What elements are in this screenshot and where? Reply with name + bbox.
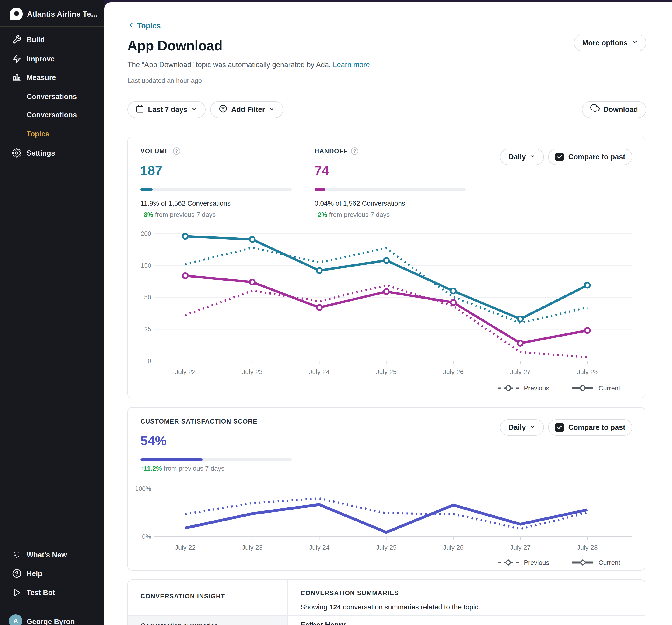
date-range-button[interactable]: Last 7 days	[127, 101, 206, 118]
more-options-button[interactable]: More options	[574, 34, 646, 51]
svg-text:Current: Current	[599, 384, 620, 392]
page-description: The “App Download” topic was automatical…	[127, 60, 370, 69]
wrench-icon	[12, 35, 22, 44]
checkbox-checked-icon	[555, 152, 564, 161]
compare-label: Compare to past	[568, 423, 625, 432]
svg-text:July 24: July 24	[309, 544, 330, 551]
chevron-down-icon	[631, 39, 638, 47]
conversation-summaries-header: CONVERSATION SUMMARIES	[301, 590, 399, 597]
svg-text:Previous: Previous	[524, 559, 549, 566]
user-name: George Byron	[27, 618, 75, 625]
showing-suffix: conversation summaries related to the to…	[341, 603, 480, 611]
handoff-label: HANDOFF	[314, 148, 348, 155]
filter-toolbar: Last 7 days Add Filter	[127, 101, 283, 118]
download-label: Download	[603, 105, 638, 114]
sidebar-item-label: Improve	[27, 55, 55, 63]
sparkles-icon	[12, 550, 22, 559]
svg-text:200: 200	[141, 230, 151, 237]
chevron-down-icon	[269, 105, 275, 114]
svg-text:July 28: July 28	[577, 544, 598, 551]
svg-text:25: 25	[144, 326, 151, 333]
sidebar-item-label: Measure	[27, 73, 56, 82]
user-menu[interactable]: A George Byron	[0, 613, 104, 625]
volume-handoff-chart: 02550150200July 22July 23July 24July 25J…	[128, 217, 646, 399]
filter-icon	[219, 104, 227, 115]
gear-icon	[12, 148, 22, 158]
sidebar-item-label: Conversations	[27, 111, 77, 119]
help-icon[interactable]: ?	[173, 147, 181, 155]
download-cloud-icon	[590, 104, 600, 115]
svg-text:July 25: July 25	[376, 368, 397, 375]
sidebar-item-label: Build	[27, 36, 45, 44]
help-icon[interactable]: ?	[351, 147, 358, 155]
chart1-controls: Daily Compare to past	[500, 149, 632, 165]
summary-author: Esther Henry	[301, 621, 345, 625]
sidebar-item-measure[interactable]: Measure	[0, 68, 104, 87]
checkbox-checked-icon	[555, 423, 564, 432]
svg-text:July 27: July 27	[510, 368, 531, 375]
breadcrumb-topics[interactable]: Topics	[127, 21, 161, 31]
handoff-share: 0.04% of 1,562 Conversations	[314, 200, 466, 207]
compare-to-past-toggle[interactable]: Compare to past	[548, 149, 632, 165]
csat-delta: ↑11.2% from previous 7 days	[141, 465, 292, 472]
svg-text:July 23: July 23	[242, 544, 263, 551]
download-button[interactable]: Download	[582, 101, 646, 118]
avatar: A	[9, 614, 22, 625]
svg-text:July 26: July 26	[443, 368, 464, 375]
svg-text:0: 0	[148, 357, 151, 365]
svg-text:Current: Current	[599, 559, 620, 566]
svg-text:July 22: July 22	[175, 368, 196, 375]
calendar-icon	[136, 104, 144, 115]
compare-label: Compare to past	[568, 153, 625, 161]
svg-text:July 26: July 26	[443, 544, 464, 551]
handoff-metric: HANDOFF ? 74 0.04% of 1,562 Conversation…	[314, 147, 466, 219]
date-range-label: Last 7 days	[148, 105, 187, 114]
volume-label: VOLUME	[141, 148, 170, 155]
svg-text:150: 150	[141, 262, 151, 269]
learn-more-link[interactable]: Learn more	[333, 60, 370, 69]
sidebar-item-build[interactable]: Build	[0, 30, 104, 49]
svg-text:July 25: July 25	[376, 544, 397, 551]
volume-progress-bar	[141, 188, 292, 191]
handoff-progress-bar	[314, 188, 466, 191]
chevron-down-icon	[191, 105, 197, 114]
page-description-text: The “App Download” topic was automatical…	[127, 60, 333, 69]
play-icon	[12, 588, 22, 597]
insight-item-conversation-summaries[interactable]: Conversation summaries	[128, 616, 287, 625]
vertical-divider	[287, 580, 288, 625]
svg-text:50: 50	[144, 294, 151, 301]
csat-delta-suffix: from previous 7 days	[162, 465, 224, 472]
add-filter-button[interactable]: Add Filter	[210, 101, 283, 118]
compare-to-past-toggle[interactable]: Compare to past	[548, 419, 632, 435]
sidebar-item-settings[interactable]: Settings	[0, 144, 104, 162]
summaries-count-text: Showing 124 conversation summaries relat…	[301, 603, 480, 611]
interval-dropdown[interactable]: Daily	[500, 419, 544, 435]
volume-metric: VOLUME ? 187 11.9% of 1,562 Conversation…	[141, 147, 292, 219]
sidebar-divider	[0, 26, 104, 27]
interval-dropdown[interactable]: Daily	[500, 149, 544, 165]
chevron-left-icon	[127, 22, 135, 30]
sidebar-item-test-bot[interactable]: Test Bot	[0, 583, 104, 602]
csat-metric: CUSTOMER SATISFACTION SCORE 54% ↑11.2% f…	[141, 418, 292, 472]
svg-text:July 23: July 23	[242, 368, 263, 375]
interval-label: Daily	[508, 423, 526, 432]
sidebar-item-label: Conversations	[27, 93, 77, 101]
workspace-switcher[interactable]: Atlantis Airline Te...	[0, 5, 104, 23]
sidebar-item-conversations-2[interactable]: Conversations	[0, 105, 104, 124]
sidebar-item-help[interactable]: Help	[0, 564, 104, 583]
sidebar: Atlantis Airline Te... Build Improve Mea…	[0, 0, 104, 625]
volume-handoff-card: VOLUME ? 187 11.9% of 1,562 Conversation…	[127, 137, 645, 398]
volume-share: 11.9% of 1,562 Conversations	[141, 200, 292, 207]
svg-text:0%: 0%	[142, 533, 151, 540]
sidebar-item-topics[interactable]: Topics	[0, 124, 104, 144]
handoff-value: 74	[314, 163, 466, 178]
insight-item-label: Conversation summaries	[141, 622, 218, 625]
app-root: Atlantis Airline Te... Build Improve Mea…	[0, 0, 672, 625]
csat-delta-value: ↑11.2%	[141, 465, 162, 472]
sidebar-item-whats-new[interactable]: What’s New	[0, 545, 104, 565]
sidebar-item-improve[interactable]: Improve	[0, 49, 104, 68]
svg-text:July 24: July 24	[309, 368, 330, 375]
breadcrumb-label: Topics	[137, 22, 161, 30]
sidebar-item-conversations[interactable]: Conversations	[0, 87, 104, 106]
svg-text:July 27: July 27	[510, 544, 531, 551]
